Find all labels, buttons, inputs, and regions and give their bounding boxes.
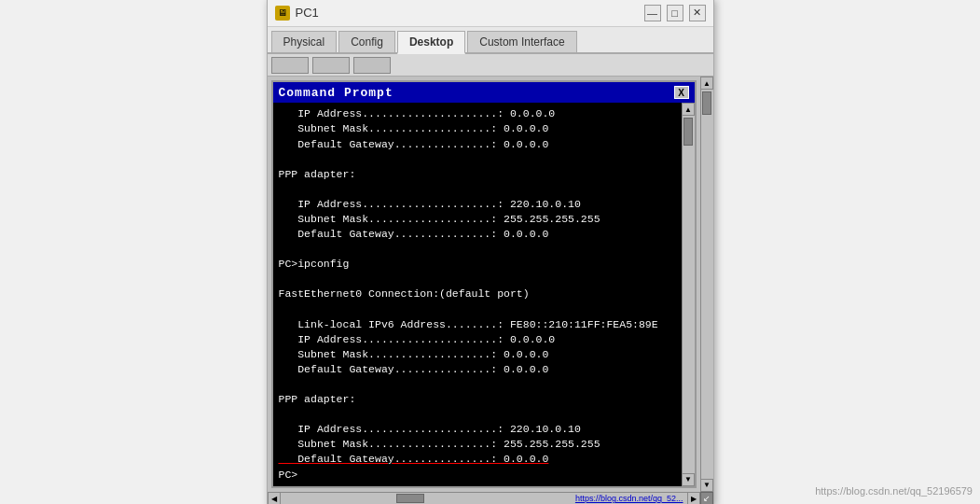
terminal-line [279, 407, 676, 422]
scroll-up-arrow[interactable]: ▲ [682, 103, 695, 116]
terminal-line: Subnet Mask...................: 0.0.0.0 [279, 121, 676, 136]
horizontal-scrollbar: ◀ https://blog.csdn.net/qq_52... ▶ ↙ [268, 492, 713, 504]
toolbar-btn-2[interactable] [312, 57, 350, 74]
terminal-wrapper: IP Address.....................: 0.0.0.0… [273, 103, 695, 485]
terminal-line [279, 272, 676, 287]
hscroll-left-arrow[interactable]: ◀ [268, 492, 281, 504]
main-window: 🖥 PC1 — □ ✕ Physical Config Desktop Cust… [267, 0, 714, 504]
close-button[interactable]: ✕ [689, 5, 706, 21]
cmd-close-button[interactable]: X [674, 86, 689, 99]
terminal-line: PC>ipconfig [279, 257, 676, 272]
toolbar-btn-3[interactable] [353, 57, 391, 74]
window-title: PC1 [296, 6, 644, 20]
terminal-line: FastEthernet0 Connection:(default port) [279, 287, 676, 301]
hscroll-track[interactable] [281, 493, 572, 504]
command-prompt-window: Command Prompt X IP Address.............… [271, 80, 697, 487]
terminal-line: IP Address.....................: 220.10.… [279, 422, 676, 437]
status-url: https://blog.csdn.net/qq_52... [572, 494, 687, 503]
terminal-line: PPP adapter: [279, 167, 676, 182]
hscroll-thumb[interactable] [396, 494, 424, 503]
terminal-line: IP Address.....................: 220.10.… [279, 197, 676, 212]
tab-custom-interface[interactable]: Custom Interface [467, 31, 576, 52]
tab-config[interactable]: Config [338, 31, 395, 52]
watermark: https://blog.csdn.net/qq_52196579 [815, 485, 973, 497]
terminal-line [279, 377, 676, 392]
title-bar: 🖥 PC1 — □ ✕ [268, 0, 713, 27]
scroll-down-arrow[interactable]: ▼ [682, 473, 695, 486]
content-area: Command Prompt X IP Address.............… [268, 77, 713, 491]
tab-physical[interactable]: Physical [271, 31, 338, 52]
vertical-scrollbar[interactable]: ▲ ▼ [682, 103, 695, 485]
terminal-line [279, 182, 676, 197]
outer-scroll-thumb[interactable] [702, 91, 711, 115]
terminal-line: PC> [279, 468, 676, 483]
tab-bar: Physical Config Desktop Custom Interface [268, 27, 713, 54]
terminal-line: PPP adapter: [279, 392, 676, 407]
toolbar [268, 54, 713, 77]
terminal-line: Subnet Mask...................: 255.255.… [279, 212, 676, 227]
scroll-corner[interactable]: ↙ [700, 492, 713, 504]
cmd-titlebar: Command Prompt X [273, 82, 695, 103]
outer-scrollbar[interactable]: ▲ ▼ [700, 77, 713, 491]
terminal-line: IP Address.....................: 0.0.0.0 [279, 332, 676, 347]
terminal-line: Default Gateway...............: 0.0.0.0 [279, 137, 676, 152]
tab-desktop[interactable]: Desktop [397, 31, 465, 54]
toolbar-btn-1[interactable] [271, 57, 309, 74]
maximize-button[interactable]: □ [667, 5, 683, 21]
terminal-line: Link-local IPv6 Address........: FE80::2… [279, 317, 676, 332]
window-controls: — □ ✕ [644, 5, 706, 21]
terminal-line: Subnet Mask...................: 0.0.0.0 [279, 347, 676, 362]
outer-scroll-up[interactable]: ▲ [700, 77, 713, 90]
outer-scroll-down[interactable]: ▼ [700, 479, 713, 492]
terminal-line: IP Address.....................: 0.0.0.0 [279, 106, 676, 121]
cmd-title: Command Prompt [279, 86, 393, 100]
scroll-thumb[interactable] [683, 118, 693, 146]
terminal-line [279, 242, 676, 257]
terminal-output[interactable]: IP Address.....................: 0.0.0.0… [273, 103, 682, 485]
hscroll-right-arrow[interactable]: ▶ [687, 492, 700, 504]
minimize-button[interactable]: — [644, 5, 661, 21]
terminal-line [279, 152, 676, 167]
terminal-line: Default Gateway...............: 0.0.0.0 [279, 362, 676, 377]
terminal-line: Default Gateway...............: 0.0.0.0 [279, 227, 676, 242]
terminal-line [279, 302, 676, 317]
terminal-line: Default Gateway...............: 0.0.0.0 [279, 452, 676, 467]
window-icon: 🖥 [275, 6, 290, 21]
terminal-line: Subnet Mask...................: 255.255.… [279, 437, 676, 452]
